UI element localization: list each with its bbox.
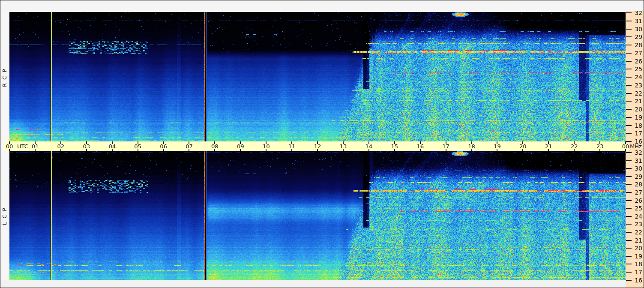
freq-tick <box>626 160 632 161</box>
freq-tick <box>626 216 632 217</box>
hour-label: 23 <box>592 143 608 150</box>
freq-label: 31 <box>632 157 642 164</box>
freq-tick <box>626 53 632 54</box>
freq-tick <box>626 168 632 169</box>
hour-label: 15 <box>387 143 402 150</box>
hour-label: 00 <box>2 143 17 150</box>
freq-label: 27 <box>632 189 642 196</box>
hour-label: 22 <box>566 143 582 150</box>
freq-tick <box>626 133 632 134</box>
freq-label: 30 <box>632 26 642 33</box>
freq-tick <box>626 21 632 21</box>
freq-tick <box>626 101 632 102</box>
hour-label: 09 <box>233 143 248 150</box>
freq-label: 16 <box>632 138 642 145</box>
hour-label: 16 <box>413 143 428 150</box>
freq-label: 25 <box>632 205 642 212</box>
freq-label: 29 <box>632 33 642 40</box>
hour-label: 01 <box>27 143 43 150</box>
freq-tick <box>626 240 632 241</box>
freq-tick <box>626 280 632 281</box>
freq-label: 28 <box>632 181 642 188</box>
hour-label: 11 <box>284 143 300 150</box>
freq-tick <box>626 85 632 86</box>
freq-label: 20 <box>632 245 642 252</box>
hour-label: 06 <box>156 143 171 150</box>
freq-label: 28 <box>632 42 642 48</box>
freq-label: 19 <box>632 114 642 121</box>
freq-tick <box>626 117 632 118</box>
freq-tick <box>626 200 632 201</box>
hour-label: 13 <box>335 143 351 150</box>
freq-label: 17 <box>632 269 642 276</box>
freq-tick <box>626 248 632 249</box>
freq-label: 21 <box>632 98 642 105</box>
hour-label: 08 <box>207 143 222 150</box>
footer-strip <box>0 280 626 288</box>
freq-label: 26 <box>632 197 642 204</box>
freq-label: 27 <box>632 50 642 57</box>
freq-tick <box>626 152 632 153</box>
freq-tick <box>626 272 632 273</box>
freq-label: 26 <box>632 58 642 65</box>
lcp-panel-label: L C P <box>1 186 8 246</box>
spectrogram-rcp <box>9 12 626 141</box>
freq-tick <box>626 256 632 257</box>
title-bar: AJ4CO Observatory 18 Dec 2024 - DPS on T… <box>0 0 644 11</box>
hour-label: 03 <box>79 143 94 150</box>
freq-label: 23 <box>632 221 642 228</box>
freq-tick <box>626 125 632 126</box>
freq-label: 29 <box>632 173 642 180</box>
freq-tick <box>626 224 632 225</box>
hour-label: 10 <box>258 143 274 150</box>
freq-label: 22 <box>632 90 642 97</box>
freq-tick <box>626 109 632 110</box>
freq-label: 20 <box>632 106 642 113</box>
freq-label: 23 <box>632 82 642 89</box>
hour-label: 12 <box>310 143 325 150</box>
freq-label: 25 <box>632 66 642 72</box>
freq-label: 18 <box>632 261 642 267</box>
freq-tick <box>626 184 632 185</box>
freq-tick <box>626 176 632 177</box>
freq-tick <box>626 192 632 193</box>
freq-label: 21 <box>632 237 642 244</box>
freq-label: 32 <box>632 9 642 16</box>
hour-label: 00 <box>618 143 633 150</box>
dps-viewer-window: AJ4CO Observatory 18 Dec 2024 - DPS on T… <box>0 0 644 288</box>
freq-tick <box>626 12 632 13</box>
hour-label: 14 <box>361 143 377 150</box>
freq-tick <box>626 264 632 264</box>
freq-label: 19 <box>632 253 642 260</box>
hour-label: 17 <box>438 143 454 150</box>
spectrogram-lcp <box>9 151 626 280</box>
freq-tick <box>626 69 632 69</box>
hour-label: 05 <box>130 143 146 150</box>
freq-label: 24 <box>632 74 642 81</box>
freq-tick <box>626 77 632 78</box>
freq-label: 24 <box>632 213 642 220</box>
hour-label: 07 <box>181 143 197 150</box>
hour-label: 20 <box>515 143 530 150</box>
freq-tick <box>626 45 632 45</box>
freq-tick <box>626 29 632 30</box>
freq-label: 17 <box>632 130 642 137</box>
freq-label: 16 <box>632 277 642 284</box>
freq-label: 22 <box>632 229 642 236</box>
freq-label: 18 <box>632 122 642 129</box>
freq-tick <box>626 141 632 142</box>
freq-tick <box>626 61 632 62</box>
freq-label: 30 <box>632 165 642 172</box>
rcp-panel-label: R C P <box>1 48 8 108</box>
hour-label: 21 <box>541 143 556 150</box>
freq-tick <box>626 36 632 37</box>
hour-label: 19 <box>489 143 505 150</box>
hour-label: 02 <box>53 143 69 150</box>
freq-tick <box>626 232 632 233</box>
freq-label: 31 <box>632 18 642 24</box>
hour-label: 04 <box>105 143 120 150</box>
freq-label: 32 <box>632 149 642 156</box>
freq-tick <box>626 93 632 94</box>
hour-label: 18 <box>464 143 479 150</box>
freq-tick <box>626 208 632 209</box>
